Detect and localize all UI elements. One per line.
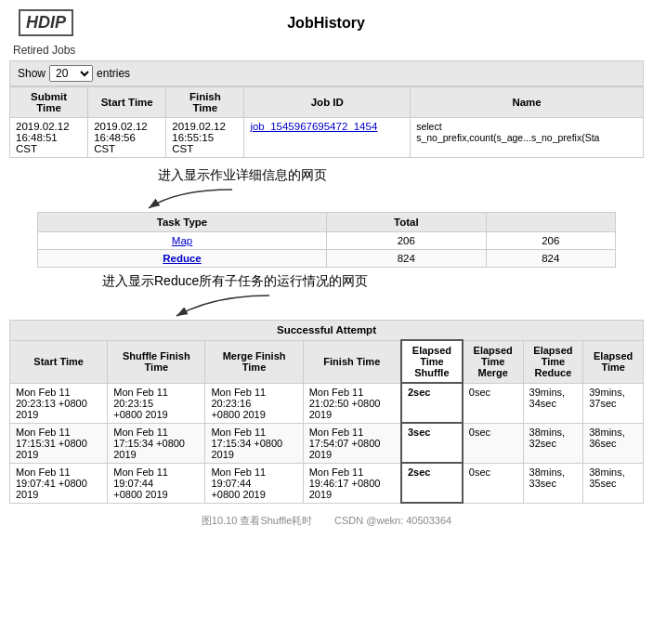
col-elapsed-reduce: ElapsedTimeReduce [523,340,583,383]
attempt-cell-2: Mon Feb 11 17:15:34 +0800 2019 [205,423,303,463]
col-start-time: Start Time [88,87,166,118]
attempt-cell-5: 0sec [463,383,523,423]
map-total2-cell: 206 [486,232,615,250]
attempt-row: Mon Feb 11 17:15:31 +0800 2019Mon Feb 11… [10,423,644,463]
col-start-time-a: Start Time [10,340,108,383]
attempt-cell-0: Mon Feb 11 19:07:41 +0800 2019 [10,463,108,503]
annotation1-area: 进入显示作业详细信息的网页 [9,164,644,212]
start-time-cell: 2019.02.12 16:48:56 CST [88,118,166,158]
attempt-cell-4: 3sec [401,423,463,463]
name-cell: select s_no_prefix,count(s_age...s_no_pr… [411,118,644,158]
col-merge-finish: Merge FinishTime [205,340,303,383]
task-total-col: Total [327,213,487,232]
attempt-cell-4: 2sec [401,463,463,503]
attempt-cell-4: 2sec [401,383,463,423]
task-type-col: Task Type [38,213,327,232]
attempt-cell-1: Mon Feb 11 20:23:15 +0800 2019 [108,383,205,423]
jobs-table: SubmitTime Start Time FinishTime Job ID … [9,86,644,158]
attempt-cell-2: Mon Feb 11 20:23:16 +0800 2019 [205,383,303,423]
attempt-cell-1: Mon Feb 11 17:15:34 +0800 2019 [108,423,205,463]
annotation2-text: 进入显示Reduce所有子任务的运行情况的网页 [102,273,368,290]
figure-caption: 图10.10 查看Shuffle耗时 CSDN @wekn: 40503364 [9,513,644,533]
map-total-cell: 206 [327,232,487,250]
map-type-cell[interactable]: Map [38,232,327,250]
attempt-cell-6: 38mins, 32sec [523,423,583,463]
attempt-cell-2: Mon Feb 11 19:07:44 +0800 2019 [205,463,303,503]
submit-time-cell: 2019.02.12 16:48:51 CST [10,118,88,158]
show-bar: Show 20 50 100 entries [9,60,644,86]
page-header: HDIP JobHistory [9,9,644,36]
attempt-cell-3: Mon Feb 11 17:54:07 +0800 2019 [303,423,401,463]
task-table: Task Type Total Map 206 206 Reduce 824 8… [37,212,616,268]
figure-caption-text: 图10.10 查看Shuffle耗时 [202,515,313,526]
col-shuffle-finish: Shuffle FinishTime [108,340,205,383]
annotation2-area: 进入显示Reduce所有子任务的运行情况的网页 [9,269,644,320]
task-total-col2 [486,213,615,232]
reduce-total-cell: 824 [327,250,487,268]
map-row: Map 206 206 [38,232,616,250]
job-id-cell[interactable]: job_1545967695472_1454 [244,118,411,158]
entries-select[interactable]: 20 50 100 [49,65,93,82]
annotation1-text: 进入显示作业详细信息的网页 [158,167,327,184]
reduce-type-cell[interactable]: Reduce [38,250,327,268]
reduce-total2-cell: 824 [486,250,615,268]
attempt-cell-0: Mon Feb 11 20:23:13 +0800 2019 [10,383,108,423]
show-label: Show [18,67,46,80]
job-row: 2019.02.12 16:48:51 CST 2019.02.12 16:48… [10,118,644,158]
attempt-cell-7: 39mins, 37sec [583,383,644,423]
task-table-section: Task Type Total Map 206 206 Reduce 824 8… [37,212,616,268]
col-finish-time-a: Finish Time [303,340,401,383]
attempt-header-merged: Successful Attempt [10,321,644,341]
successful-attempt-section: Successful Attempt Start Time Shuffle Fi… [9,320,644,504]
col-name: Name [411,87,644,118]
page-title: JobHistory [287,15,365,32]
col-job-id: Job ID [244,87,411,118]
attempt-row: Mon Feb 11 19:07:41 +0800 2019Mon Feb 11… [10,463,644,503]
col-elapsed-shuffle: ElapsedTimeShuffle [401,340,463,383]
arrow1-svg [65,186,269,212]
retired-jobs-section: Retired Jobs Show 20 50 100 entries Subm… [9,44,644,158]
attempt-cell-6: 39mins, 34sec [523,383,583,423]
col-submit-time: SubmitTime [10,87,88,118]
col-finish-time: FinishTime [166,87,244,118]
attempt-cell-5: 0sec [463,463,523,503]
arrow2-svg [46,292,307,320]
reduce-row: Reduce 824 824 [38,250,616,268]
attempt-cell-5: 0sec [463,423,523,463]
attempt-cell-3: Mon Feb 11 21:02:50 +0800 2019 [303,383,401,423]
attempt-row: Mon Feb 11 20:23:13 +0800 2019Mon Feb 11… [10,383,644,423]
finish-time-cell: 2019.02.12 16:55:15 CST [166,118,244,158]
attempt-cell-3: Mon Feb 11 19:46:17 +0800 2019 [303,463,401,503]
attempt-cell-7: 38mins, 36sec [583,423,644,463]
attempt-cell-6: 38mins, 33sec [523,463,583,503]
retired-jobs-label: Retired Jobs [9,44,644,57]
attempt-cell-1: Mon Feb 11 19:07:44 +0800 2019 [108,463,205,503]
entries-label: entries [97,67,130,80]
logo: HDIP [19,9,73,36]
attempt-cell-0: Mon Feb 11 17:15:31 +0800 2019 [10,423,108,463]
attempt-table: Successful Attempt Start Time Shuffle Fi… [9,320,644,504]
attempt-cell-7: 38mins, 35sec [583,463,644,503]
col-elapsed-time: ElapsedTime [583,340,644,383]
figure-caption-source: CSDN @wekn: 40503364 [334,515,451,526]
col-elapsed-merge: ElapsedTimeMerge [463,340,523,383]
